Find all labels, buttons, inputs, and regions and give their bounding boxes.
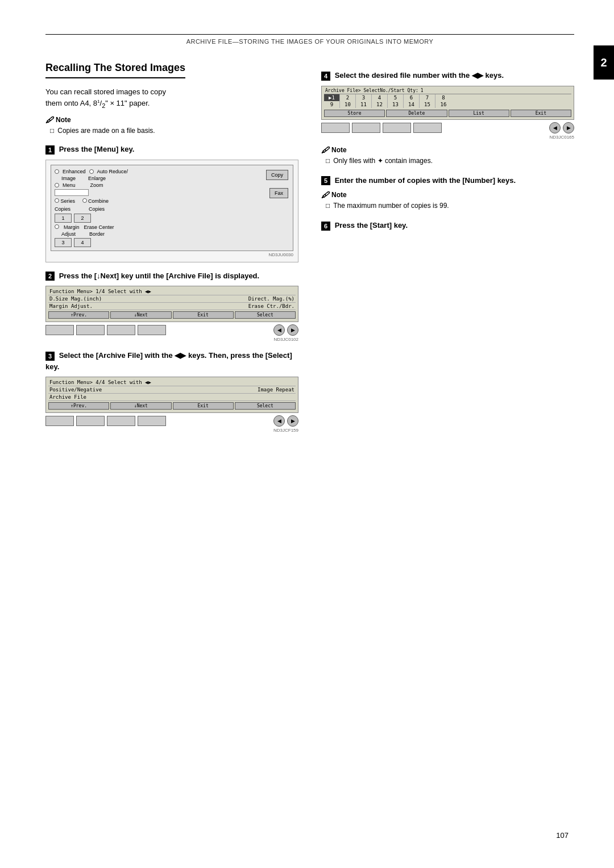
page-num: 107 — [556, 831, 569, 840]
step-5-num: 5 — [321, 176, 330, 185]
main-content: Recalling The Stored Images You can reca… — [45, 62, 574, 433]
step-3-num: 3 — [45, 352, 55, 361]
step-6-heading: 6 Press the [Start] key. — [321, 220, 574, 231]
step-6-num: 6 — [321, 222, 330, 231]
left-arrow-3: ◀ — [273, 415, 285, 427]
fax-btn: Fax — [269, 188, 288, 198]
left-arrow-2: ◀ — [273, 324, 285, 336]
diagram-1-id: ND3JU0030 — [51, 252, 293, 257]
lcd-diagram-2: Function Menu> 1/4 Select with ◀▶ D.Size… — [45, 286, 298, 322]
lcd2-id: ND3JC0102 — [45, 337, 298, 342]
note-title-4: Note — [331, 146, 347, 154]
section-badge: 2 — [594, 45, 614, 80]
note-icon-4: 🖊 — [321, 145, 329, 155]
diagram-1: Copy Enhanced Auto Reduce/ Image Enlarge… — [45, 160, 298, 262]
col-left: Recalling The Stored Images You can reca… — [45, 62, 298, 433]
note-item-4: □ Only files with ✦ contain images. — [321, 156, 574, 166]
archive-display: Archive File> SelectNo./Start Qty: 1 ▶1 … — [321, 86, 574, 120]
page: ARCHIVE FILE—STORING THE IMAGES OF YOUR … — [0, 0, 614, 868]
lcd-diagram-3: Function Menu> 4/4 Select with ◀▶ Positi… — [45, 377, 298, 413]
right-arrow-2: ▶ — [287, 324, 298, 336]
nav-panel-3: ◀ ▶ — [45, 415, 298, 427]
col-right: 4 Select the desired file number with th… — [321, 62, 574, 236]
header-line: ARCHIVE FILE—STORING THE IMAGES OF YOUR … — [45, 34, 574, 45]
right-arrow-4: ▶ — [563, 122, 574, 133]
note-item-1: □ Copies are made on a file basis. — [45, 126, 298, 136]
copy-btn: Copy — [266, 170, 288, 180]
note-title-5: Note — [331, 191, 347, 199]
nav-panel-2: ◀ ▶ — [45, 324, 298, 336]
note-icon-5: 🖊 — [321, 190, 329, 199]
step-5-heading: 5 Enter the number of copies with the [N… — [321, 175, 574, 186]
step-1-heading: 1 Press the [Menu] key. — [45, 144, 298, 155]
lcd3-id: ND3JCF159 — [45, 428, 298, 433]
step-3-heading: 3 Select the [Archive File] with the ◀▶ … — [45, 350, 298, 372]
step-2-heading: 2 Press the [↓Next] key until the [Archi… — [45, 270, 298, 282]
header-text: ARCHIVE FILE—STORING THE IMAGES OF YOUR … — [186, 38, 434, 45]
archive-id: ND3JC0165 — [321, 135, 574, 140]
note-block-4: 🖊 Note □ Only files with ✦ contain image… — [321, 145, 574, 166]
intro-text: You can recall stored images to copy the… — [45, 86, 298, 110]
step-4-num: 4 — [321, 72, 330, 81]
note-icon-1: 🖊 — [45, 115, 53, 124]
left-arrow-4: ◀ — [549, 122, 561, 133]
step-1-num: 1 — [45, 145, 55, 155]
step-4-heading: 4 Select the desired file number with th… — [321, 70, 574, 81]
section-title: Recalling The Stored Images — [45, 62, 185, 78]
nav-panel-4: ◀ ▶ — [321, 122, 574, 133]
note-item-5: □ The maximum number of copies is 99. — [321, 201, 574, 211]
note-block-1: 🖊 Note □ Copies are made on a file basis… — [45, 115, 298, 136]
step-2-num: 2 — [45, 272, 55, 281]
note-block-5: 🖊 Note □ The maximum number of copies is… — [321, 190, 574, 211]
right-arrow-3: ▶ — [287, 415, 298, 427]
note-title-1: Note — [56, 116, 71, 124]
